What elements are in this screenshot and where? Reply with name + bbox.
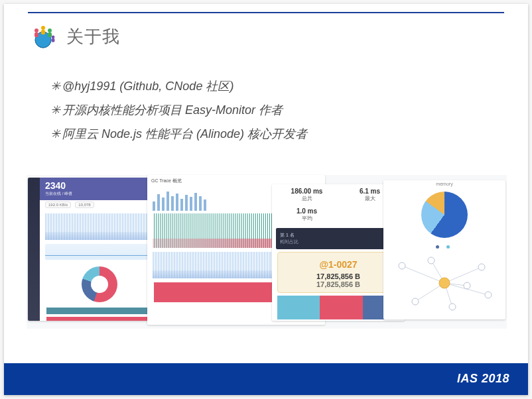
bullet-item: ✳ 开源内核性能分析项目 Easy-Monitor 作者 [50, 98, 307, 122]
highlight-id: @1-0027 [281, 256, 396, 272]
panel-label: memory [383, 180, 505, 186]
asterisk-icon: ✳ [50, 122, 62, 146]
network-graph [389, 254, 500, 312]
rank-card: 第 1 名 耗时占比 [276, 228, 401, 249]
svg-point-19 [478, 264, 485, 270]
svg-line-11 [444, 267, 482, 283]
footer-label: IAS 2018 [457, 372, 509, 386]
footer-bar: IAS 2018 [4, 363, 528, 395]
svg-point-18 [412, 298, 419, 305]
legend-item [446, 245, 453, 249]
rank-title: 第 1 名 [280, 232, 397, 239]
donut-chart [82, 266, 117, 302]
bullet-item: ✳ @hyj1991 (Github, CNode 社区) [50, 74, 307, 98]
kpi-cell: 1.0 ms平均 [276, 205, 338, 224]
svg-point-20 [485, 292, 492, 298]
svg-point-21 [449, 304, 456, 310]
pie-chart [421, 192, 468, 238]
bullet-text: 阿里云 Node.js 性能平台 (Alinode) 核心开发者 [62, 122, 307, 146]
top-divider [28, 12, 504, 13]
svg-point-7 [52, 36, 55, 39]
page-root: 关于我 ✳ @hyj1991 (Github, CNode 社区) ✳ 开源内核… [0, 0, 532, 399]
sidebar-strip [28, 178, 40, 321]
bullet-text: @hyj1991 (Github, CNode 社区) [62, 74, 233, 98]
panel-heading-text: GC Trace 概览 [151, 178, 182, 184]
svg-rect-2 [34, 32, 38, 37]
svg-line-9 [402, 266, 444, 283]
asterisk-icon: ✳ [50, 98, 62, 122]
highlight-value: 17,825,856 B [281, 280, 396, 288]
svg-point-5 [48, 28, 52, 32]
bullet-text: 开源内核性能分析项目 Easy-Monitor 作者 [62, 98, 283, 122]
event-logo [28, 21, 58, 52]
bullet-item: ✳ 阿里云 Node.js 性能平台 (Alinode) 核心开发者 [50, 122, 307, 146]
legend-item [436, 245, 442, 249]
stacked-bar [277, 296, 399, 319]
svg-point-3 [41, 26, 45, 30]
screenshot-gallery: 2340 当前在线 / 峰值 192.0 KB/s 10,078 [27, 175, 507, 329]
stat-chip: 10,078 [75, 201, 94, 208]
bullet-list: ✳ @hyj1991 (Github, CNode 社区) ✳ 开源内核性能分析… [50, 74, 307, 146]
dashboard-screenshot-4: memory [383, 180, 505, 319]
rank-sub: 耗时占比 [280, 239, 397, 245]
svg-point-16 [439, 278, 450, 288]
svg-point-1 [34, 28, 38, 32]
svg-point-17 [399, 262, 405, 269]
slide-title: 关于我 [66, 25, 120, 48]
globe-people-icon [28, 21, 58, 52]
svg-rect-8 [52, 38, 55, 42]
stat-chip: 192.0 KB/s [45, 201, 71, 208]
svg-point-23 [464, 282, 470, 289]
svg-rect-6 [48, 32, 52, 37]
highlight-card: @1-0027 17,825,856 B 17,825,856 B [277, 252, 399, 293]
highlight-value: 17,825,856 B [281, 272, 396, 280]
kpi-cell: 186.00 ms总共 [276, 186, 338, 204]
legend [383, 243, 505, 250]
svg-rect-4 [41, 30, 45, 34]
asterisk-icon: ✳ [50, 74, 62, 98]
svg-point-22 [428, 257, 434, 264]
slide-sheet: 关于我 ✳ @hyj1991 (Github, CNode 社区) ✳ 开源内核… [4, 4, 528, 395]
